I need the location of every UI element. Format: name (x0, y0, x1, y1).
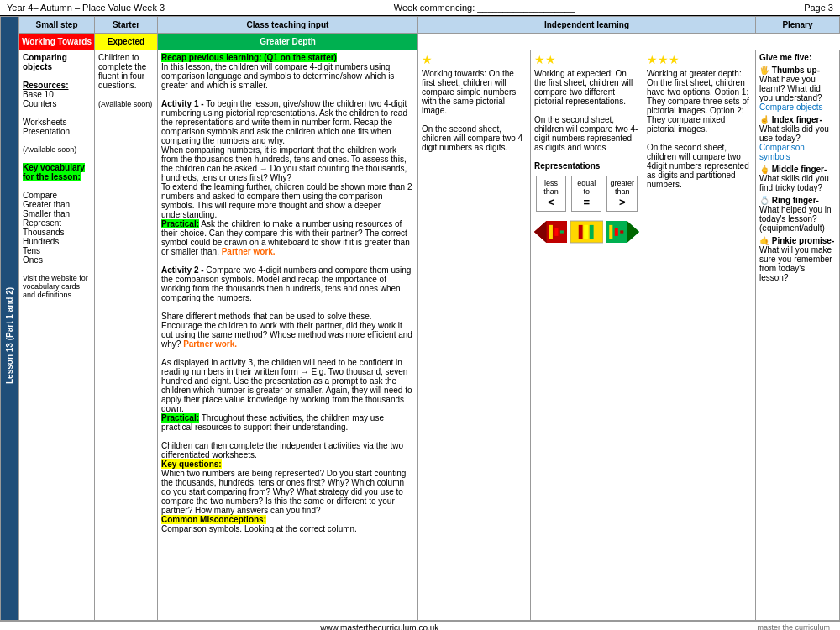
working-towards-star: ★ (422, 53, 433, 66)
plenary-header: Plenary (756, 17, 840, 34)
page-header: Year 4– Autumn – Place Value Week 3 Week… (0, 0, 840, 16)
equal-to-label: equal to (575, 179, 598, 196)
header-center: Week commencing: ___________________ (394, 3, 575, 13)
greater-than-shape (606, 218, 639, 245)
ring-finger-icon: 💍 (759, 196, 772, 205)
header-right: Page 3 (804, 3, 833, 13)
activity3-text: As displayed in activity 3, the children… (161, 358, 412, 413)
plenary-title: Give me five: (759, 53, 836, 62)
comparison-boxes: less than < equal to = greater than > (534, 174, 639, 213)
header-left: Year 4– Autumn – Place Value Week 3 (7, 3, 165, 13)
logo-area: master the curriculum (757, 623, 830, 630)
content-row: Lesson 13 (Part 1 and 2) Comparing objec… (1, 50, 840, 621)
plenary-item-4: 💍 Ring finger- What helped you in today'… (759, 196, 836, 233)
recap-label: Recap previous learning: (Q1 on the star… (161, 53, 337, 62)
differentiated-text: Children can then complete the independe… (161, 441, 403, 459)
plenary-item-1: 🖐 Thumbs up- What have you learnt? What … (759, 66, 836, 112)
greater-than-symbol: > (610, 196, 634, 208)
available-soon: (Available soon) (23, 145, 91, 154)
footer: www.masterthecurriculum.co.uk master the… (0, 621, 840, 630)
svg-marker-2 (534, 221, 547, 243)
sub-header-row: Working Towards Expected Greater Depth (1, 34, 840, 50)
less-than-shape (534, 218, 567, 245)
lesson-col-header (1, 17, 19, 50)
plenary-cell: Give me five: 🖐 Thumbs up- What have you… (756, 50, 840, 621)
greater-depth-text: Working at greater depth: On the first s… (647, 69, 752, 189)
key-questions-label: Key questions: (161, 459, 222, 469)
lesson-label: Lesson 13 (Part 1 and 2) (1, 50, 19, 621)
svg-rect-14 (620, 230, 623, 233)
starter-cell: Children to complete the fluent in four … (95, 50, 158, 621)
header-row: Small step Starter Class teaching input … (1, 17, 840, 34)
misconceptions-text: Comparison symbols. Looking at the corre… (161, 524, 357, 533)
plenary-item-2: ☝ Index finger- What skills did you use … (759, 115, 836, 161)
greater-than-box: greater than > (606, 176, 638, 212)
greater-depth-stars: ★★★ (647, 53, 680, 66)
greater-depth-cell: ★★★ Working at greater depth: On the fir… (643, 50, 756, 621)
svg-rect-4 (554, 228, 558, 236)
expected-cell: ★★ Working at expected: On the first she… (531, 50, 643, 621)
resources-label: Resources: (23, 81, 68, 90)
working-towards-header: Working Towards (19, 34, 95, 50)
misconceptions-label: Common Misconceptions: (161, 515, 266, 524)
small-step-title: Comparing objects (23, 53, 91, 71)
equal-to-box: equal to = (571, 176, 601, 212)
visit-text: Visit the website for vocabulary cards a… (23, 274, 91, 299)
svg-rect-9 (590, 225, 594, 239)
partner-work2: Partner work. (183, 339, 237, 349)
working-towards-text: Working towards: On the first sheet, chi… (422, 69, 527, 152)
plenary-item-5: 🤙 Pinkie promise- What will you make sur… (759, 236, 836, 282)
equal-symbol: = (575, 196, 598, 208)
comparison-symbols-link[interactable]: Comparison symbols (759, 143, 805, 161)
resources-text: Base 10CountersWorksheetsPresentation (23, 90, 70, 136)
middle-finger-icon: 🖕 (759, 165, 772, 174)
starter-header: Starter (95, 17, 158, 34)
key-vocab-label: Key vocabulary for the lesson: (23, 163, 91, 181)
index-finger-icon: ☝ (759, 115, 772, 124)
practical1-label: Practical: (161, 219, 199, 228)
svg-rect-12 (609, 225, 612, 239)
less-than-box: less than < (536, 176, 566, 212)
main-table: Small step Starter Class teaching input … (0, 16, 840, 621)
activity1-title: Activity 1 - (161, 99, 204, 108)
expected-text: Working at expected: On the first sheet,… (534, 69, 639, 152)
practical1-text: Ask the children to make a number using … (161, 219, 410, 256)
working-towards-cell: ★ Working towards: On the first sheet, c… (418, 50, 531, 621)
resources-section: Resources: Base 10CountersWorksheetsPres… (23, 81, 91, 136)
activity2-title: Activity 2 - (161, 265, 204, 275)
compare-objects-link[interactable]: Compare objects (759, 102, 823, 112)
greater-than-label: greater than (610, 179, 634, 196)
small-step-header: Small step (19, 17, 95, 34)
plenary-item-3: 🖕 Middle finger- What skills did you fin… (759, 165, 836, 192)
svg-rect-3 (549, 225, 553, 239)
equal-shape (570, 218, 603, 245)
practical2-label: Practical: (161, 413, 199, 423)
independent-header: Independent learning (418, 17, 756, 34)
pinkie-icon: 🤙 (759, 236, 772, 245)
representations-label: Representations (534, 161, 639, 171)
small-step-cell: Comparing objects Resources: Base 10Coun… (19, 50, 95, 621)
footer-text: www.masterthecurriculum.co.uk (320, 623, 438, 630)
svg-marker-11 (627, 221, 639, 243)
comparing-text: When comparing numbers, it is important … (161, 145, 407, 182)
svg-rect-5 (560, 230, 564, 233)
starter-text: Children to complete the fluent in four … (98, 53, 146, 90)
starter-available: (Available soon) (98, 100, 152, 108)
less-than-label: less than (539, 179, 563, 196)
key-questions-text: Which two numbers are being represented?… (161, 469, 406, 515)
greater-depth-header: Greater Depth (158, 34, 418, 50)
svg-rect-13 (615, 228, 618, 236)
partner-work1: Partner work. (222, 247, 276, 256)
vocab-list: CompareGreater thanSmaller thanRepresent… (23, 191, 91, 265)
class-teaching-header: Class teaching input (158, 17, 418, 34)
extend-text: To extend the learning further, children… (161, 182, 412, 219)
svg-rect-7 (579, 225, 583, 239)
expected-stars: ★★ (534, 53, 556, 66)
class-teaching-cell: Recap previous learning: (Q1 on the star… (158, 50, 418, 621)
less-than-symbol: < (539, 196, 563, 208)
svg-rect-8 (584, 225, 588, 239)
shape-visuals (534, 218, 639, 245)
intro-text: In this lesson, the children will compar… (161, 62, 394, 90)
thumbs-up-icon: 🖐 (759, 66, 772, 75)
expected-header: Expected (95, 34, 158, 50)
